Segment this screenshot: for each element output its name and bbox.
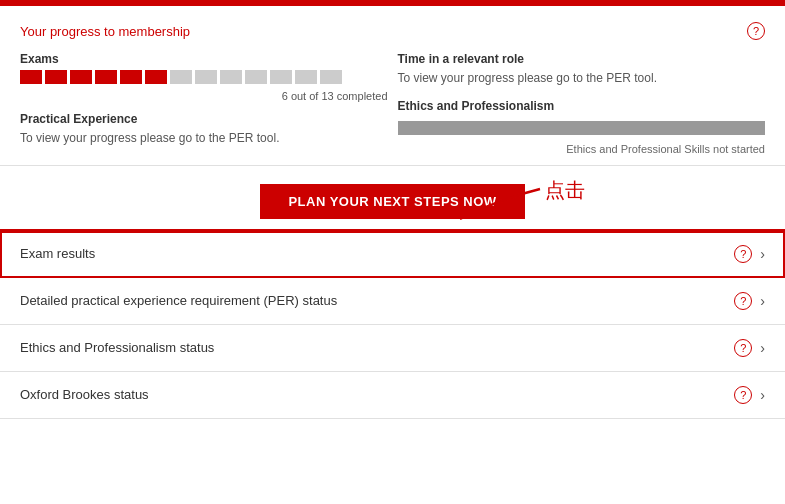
- bar-segment-9: [245, 70, 267, 84]
- section-exam-results-controls: ? ›: [734, 245, 765, 263]
- time-in-role-col: Time in a relevant role To view your pro…: [398, 52, 766, 155]
- section-oxford-brookes-help[interactable]: ?: [734, 386, 752, 404]
- bar-segment-1: [45, 70, 67, 84]
- practical-experience-label: Practical Experience: [20, 112, 388, 126]
- bar-segment-2: [70, 70, 92, 84]
- ethics-progress-bar: [398, 121, 766, 135]
- bar-segment-12: [320, 70, 342, 84]
- section-per-status-help[interactable]: ?: [734, 292, 752, 310]
- section-oxford-brookes-label: Oxford Brookes status: [20, 387, 149, 402]
- section-per-status-chevron[interactable]: ›: [760, 293, 765, 309]
- exams-col: Exams 6 out of 13 completed Practical Ex…: [20, 52, 388, 155]
- progress-header: Your progress to membership ?: [20, 22, 765, 40]
- section-exam-results-label: Exam results: [20, 246, 95, 261]
- exams-label: Exams: [20, 52, 388, 66]
- section-oxford-brookes[interactable]: Oxford Brookes status ? ›: [0, 372, 785, 419]
- section-ethics-status-chevron[interactable]: ›: [760, 340, 765, 356]
- bar-segment-0: [20, 70, 42, 84]
- progress-grid: Exams 6 out of 13 completed Practical Ex…: [20, 52, 765, 155]
- bar-segment-7: [195, 70, 217, 84]
- bar-segment-6: [170, 70, 192, 84]
- section-exam-results[interactable]: Exam results ? ›: [0, 231, 785, 278]
- bar-segment-8: [220, 70, 242, 84]
- section-exam-results-help[interactable]: ?: [734, 245, 752, 263]
- bar-segment-4: [120, 70, 142, 84]
- cta-section: PLAN YOUR NEXT STEPS NOW: [0, 166, 785, 229]
- bar-segment-10: [270, 70, 292, 84]
- section-ethics-status[interactable]: Ethics and Professionalism status ? ›: [0, 325, 785, 372]
- section-oxford-brookes-chevron[interactable]: ›: [760, 387, 765, 403]
- plan-next-steps-button[interactable]: PLAN YOUR NEXT STEPS NOW: [260, 184, 524, 219]
- time-in-role-subtext: To view your progress please go to the P…: [398, 70, 766, 87]
- section-oxford-brookes-controls: ? ›: [734, 386, 765, 404]
- bar-segment-3: [95, 70, 117, 84]
- practical-experience-subtext: To view your progress please go to the P…: [20, 130, 388, 147]
- progress-title: Your progress to membership: [20, 24, 190, 39]
- ethics-label: Ethics and Professionalism: [398, 99, 766, 113]
- section-per-status[interactable]: Detailed practical experience requiremen…: [0, 278, 785, 325]
- exams-count: 6 out of 13 completed: [20, 90, 388, 102]
- ethics-note: Ethics and Professional Skills not start…: [398, 143, 766, 155]
- exams-progress-bar: [20, 70, 388, 84]
- section-ethics-status-label: Ethics and Professionalism status: [20, 340, 214, 355]
- section-per-status-controls: ? ›: [734, 292, 765, 310]
- progress-help-icon[interactable]: ?: [747, 22, 765, 40]
- bar-segment-11: [295, 70, 317, 84]
- section-exam-results-chevron[interactable]: ›: [760, 246, 765, 262]
- progress-section: Your progress to membership ? Exams 6 ou…: [0, 6, 785, 166]
- bar-segment-5: [145, 70, 167, 84]
- section-ethics-status-help[interactable]: ?: [734, 339, 752, 357]
- section-per-status-label: Detailed practical experience requiremen…: [20, 293, 337, 308]
- sections-list: Exam results ? › Detailed practical expe…: [0, 229, 785, 419]
- section-ethics-status-controls: ? ›: [734, 339, 765, 357]
- time-in-role-label: Time in a relevant role: [398, 52, 766, 66]
